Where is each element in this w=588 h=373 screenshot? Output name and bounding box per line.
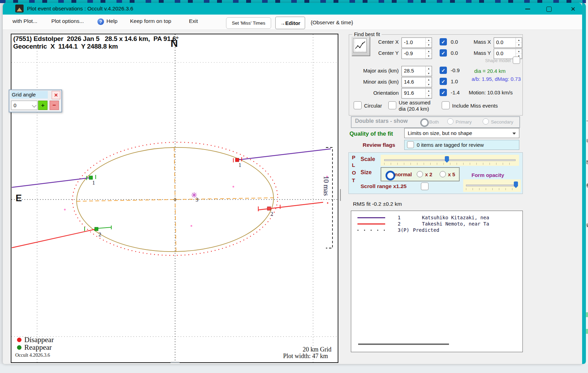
mass-x-spinner[interactable]: ▲▼ [516, 38, 522, 48]
mass-x-label: Mass X [467, 39, 491, 45]
disappear2-marker [267, 207, 271, 210]
double-stars-both-radio[interactable] [420, 118, 429, 127]
mass-y-value[interactable]: 0.0 [494, 49, 516, 59]
observer-number: 2 [398, 221, 422, 227]
circular-checkbox[interactable] [354, 101, 362, 109]
minor-axis-spinner[interactable]: ▲▼ [425, 77, 432, 87]
chord1-reappear-label: 1 [92, 180, 95, 186]
major-axis-label: Major axis (km) [354, 68, 399, 74]
plot-canvas[interactable]: (7551) Edstolper 2026 Jan 5 28.5 x 14.6 … [11, 34, 338, 363]
form-opacity-slider-thumb[interactable] [514, 181, 518, 188]
chord2-left-segment [12, 229, 96, 248]
scale-label: Scale [361, 156, 375, 162]
center-y-spinner[interactable]: ▲▼ [425, 49, 432, 59]
disappear1-marker [235, 158, 239, 162]
chord2-disappear-label: 2 [270, 211, 273, 217]
major-axis-input[interactable]: 28.5 ▲▼ [401, 66, 432, 76]
grid-angle-increase-button[interactable]: + [38, 101, 47, 110]
mass-x-input[interactable]: 0.0 ▲▼ [494, 37, 522, 48]
window-right-border [582, 3, 586, 364]
center-y-fit-checkbox[interactable] [440, 49, 447, 57]
scale-slider[interactable] [381, 155, 519, 166]
plot-resize-grip[interactable] [171, 362, 180, 363]
set-miss-times-button[interactable]: Set 'Miss' Times [226, 17, 271, 29]
menu-keep-form-on-top[interactable]: Keep form on top [130, 18, 171, 24]
menu-exit[interactable]: Exit [189, 18, 198, 24]
menu-with-plot[interactable]: with Plot... [12, 18, 37, 24]
review-flags-note: 0 items are tagged for review [417, 142, 484, 148]
observer-number: 1 [398, 215, 422, 220]
double-stars-secondary-radio[interactable] [483, 118, 489, 125]
major-axis-value[interactable]: 28.5 [402, 66, 425, 76]
editor-button[interactable]: →Editor [275, 17, 305, 29]
reappear2-marker [95, 227, 98, 231]
mass-x-value[interactable]: 0.0 [494, 38, 516, 48]
minimize-button[interactable] [522, 5, 534, 13]
scale-slider-ticks [384, 163, 515, 165]
size-x5-radio[interactable] [440, 171, 446, 177]
observer-row[interactable]: 1 Katsuhiko Kitazaki, nea [357, 214, 489, 221]
grid-angle-close-button[interactable]: ✕ [52, 91, 60, 99]
background-glyph: 感 [586, 159, 588, 165]
minor-axis-fit-checkbox[interactable] [440, 78, 447, 85]
center-x-fit-value: 0.0 [451, 39, 458, 45]
maximize-button[interactable] [543, 5, 555, 13]
form-opacity-slider-track[interactable] [466, 185, 518, 186]
chord2-line-swatch [357, 223, 385, 224]
chord1-disappear-label: 1 [239, 162, 241, 168]
observer-row[interactable]: 2 Takeshi Nemoto, near Ta [357, 221, 489, 227]
orientation-input[interactable]: 91.6 ▲▼ [401, 88, 432, 99]
reappear2-errorbar [98, 227, 111, 228]
size-x5-label: x 5 [448, 171, 455, 177]
major-axis-spinner[interactable]: ▲▼ [425, 66, 432, 76]
menu-help[interactable]: Help [106, 18, 118, 24]
major-axis-fit-checkbox[interactable] [440, 67, 447, 74]
major-axis-fit-value: -0.9 [451, 67, 460, 73]
window-title: Plot event observations : Occult v.4.202… [27, 6, 133, 12]
orientation-fit-checkbox[interactable] [440, 89, 447, 96]
center-x-spinner[interactable]: ▲▼ [425, 38, 432, 48]
minor-axis-input[interactable]: 14.6 ▲▼ [401, 77, 432, 87]
review-flags-checkbox[interactable] [407, 141, 414, 148]
double-stars-primary-radio[interactable] [447, 118, 453, 125]
form-opacity-slider-ticks [466, 188, 517, 190]
horizontal-scrollbar-thumb[interactable] [358, 344, 449, 345]
include-miss-events-label: Include Miss events [452, 103, 498, 109]
form-opacity-slider[interactable] [463, 179, 521, 192]
use-assumed-dia-checkbox[interactable] [388, 101, 396, 109]
center-y-value[interactable]: -0.9 [402, 49, 425, 59]
scale-slider-track[interactable] [384, 159, 516, 161]
size-x2-radio[interactable] [417, 171, 423, 177]
plot-svg [11, 34, 338, 362]
use-assumed-dia-label-line2: dia (20.4 km) [399, 106, 429, 112]
shape-model-checkbox[interactable] [513, 57, 520, 64]
chord2-reappear-label: 2 [98, 231, 101, 238]
help-icon[interactable]: ? [97, 18, 104, 25]
center-y-input[interactable]: -0.9 ▲▼ [401, 49, 432, 59]
find-best-fit-label: Find best fit [352, 32, 382, 37]
scroll-range-checkbox[interactable] [421, 183, 429, 190]
menu-plot-options[interactable]: Plot options... [51, 18, 84, 24]
observer-row[interactable]: 3(P) Predicted [357, 227, 439, 233]
plot-letter-t: T [352, 177, 355, 183]
orientation-value[interactable]: 91.6 [402, 88, 425, 98]
orientation-spinner[interactable]: ▲▼ [425, 88, 432, 98]
mas-scale-label: 10 mas [322, 176, 330, 224]
center-x-fit-checkbox[interactable] [440, 38, 447, 45]
minor-axis-value[interactable]: 14.6 [402, 77, 425, 87]
size-normal-radio[interactable] [386, 171, 395, 180]
scale-slider-thumb[interactable] [445, 156, 449, 163]
background-window-bottom-edge: 14 48 [0, 364, 588, 373]
center-x-input[interactable]: -1.0 ▲▼ [401, 37, 432, 48]
include-miss-events-checkbox[interactable] [442, 101, 450, 109]
quality-of-fit-select[interactable]: Limits on size, but no shape [404, 128, 519, 138]
close-button[interactable]: ✕ [567, 5, 579, 13]
observer-list[interactable]: 1 Katsuhiko Kitazaki, nea 2 Takeshi Nemo… [351, 211, 523, 352]
grid-angle-select[interactable]: 0 [11, 101, 37, 110]
panel-splitter-handle[interactable] [340, 189, 341, 201]
circular-label: Circular [364, 103, 382, 109]
center-x-value[interactable]: -1.0 [402, 38, 425, 48]
grid-angle-decrease-button[interactable]: − [50, 101, 59, 110]
stray-dot [64, 209, 66, 211]
reappear1-marker [89, 176, 93, 179]
